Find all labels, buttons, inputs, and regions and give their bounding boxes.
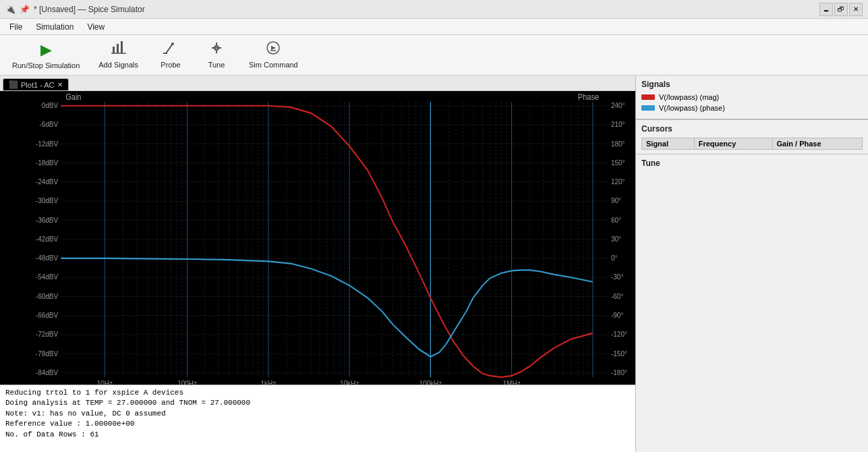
minimize-button[interactable]: 🗕 (819, 3, 833, 16)
plot-tab[interactable]: ⬛ Plot1 - AC ✕ (3, 78, 69, 90)
probe-label: Probe (161, 61, 180, 69)
svg-text:-54dBV: -54dBV (36, 273, 58, 281)
signal-row-phase: V(/lowpass) (phase) (641, 104, 863, 112)
svg-text:-180°: -180° (611, 369, 627, 376)
plot-svg: 0dBV -6dBV -12dBV -18dBV -24dBV -30dBV -… (0, 91, 635, 385)
main-content: ⬛ Plot1 - AC ✕ (0, 76, 868, 452)
signals-title: Signals (641, 80, 863, 89)
svg-text:0°: 0° (611, 254, 618, 262)
svg-text:Phase: Phase (578, 93, 599, 101)
svg-rect-2 (121, 41, 123, 53)
svg-text:-120°: -120° (611, 331, 627, 338)
tune-section: Tune (636, 154, 868, 452)
add-signals-icon (111, 41, 126, 58)
cursors-table: Signal Frequency Gain / Phase (641, 138, 863, 150)
svg-rect-0 (113, 47, 115, 53)
svg-text:-78dBV: -78dBV (36, 349, 58, 357)
svg-text:0dBV: 0dBV (42, 102, 59, 109)
col-frequency: Frequency (694, 138, 772, 150)
run-icon: ▶ (40, 41, 52, 59)
svg-text:-36dBV: -36dBV (36, 216, 58, 223)
signal-color-mag (641, 94, 655, 100)
sim-command-icon (266, 41, 281, 58)
signal-row-mag: V(/lowpass) (mag) (641, 93, 863, 101)
left-panel: ⬛ Plot1 - AC ✕ (0, 76, 635, 452)
svg-rect-1 (117, 44, 119, 53)
menu-bar: File Simulation View (0, 19, 868, 35)
tune-label: Tune (208, 61, 225, 69)
plot-tab-label: Plot1 - AC (21, 81, 55, 89)
plot-tab-icon: ⬛ (9, 80, 18, 89)
console-line: No. of Data Rows : 61 (5, 430, 630, 440)
console-area: Reducing trtol to 1 for xspice A devices… (0, 385, 635, 452)
sim-command-button[interactable]: Sim Command (242, 38, 305, 73)
svg-text:10kHz: 10kHz (340, 380, 359, 385)
plot-tab-bar: ⬛ Plot1 - AC ✕ (0, 76, 635, 91)
svg-text:120°: 120° (611, 178, 625, 186)
svg-text:-72dBV: -72dBV (36, 331, 58, 338)
svg-point-4 (171, 43, 174, 45)
tune-title: Tune (641, 159, 863, 168)
add-signals-button[interactable]: Add Signals (92, 38, 145, 73)
console-line: Reducing trtol to 1 for xspice A devices (5, 388, 630, 398)
svg-text:100Hz: 100Hz (177, 380, 197, 385)
tune-icon (209, 41, 224, 58)
svg-text:-60°: -60° (611, 292, 623, 300)
signal-label-mag[interactable]: V(/lowpass) (mag) (659, 93, 719, 101)
title-bar: 🔌 📌 * [Unsaved] — Spice Simulator 🗕 🗗 ✕ (0, 0, 868, 19)
console-line: Note: v1: has no value, DC 0 assumed (5, 409, 630, 419)
svg-text:60°: 60° (611, 216, 621, 223)
svg-text:Gain: Gain (65, 93, 81, 101)
title-bar-left: 🔌 📌 * [Unsaved] — Spice Simulator (5, 5, 145, 14)
svg-text:-90°: -90° (611, 312, 623, 319)
menu-file[interactable]: File (3, 21, 29, 33)
cursors-section: Cursors Signal Frequency Gain / Phase (636, 120, 868, 154)
add-signals-label: Add Signals (98, 61, 138, 69)
svg-text:-84dBV: -84dBV (36, 369, 58, 376)
svg-text:-48dBV: -48dBV (36, 254, 58, 262)
run-stop-button[interactable]: ▶ Run/Stop Simulation (5, 38, 86, 73)
svg-text:90°: 90° (611, 197, 621, 204)
svg-text:-42dBV: -42dBV (36, 235, 58, 243)
svg-text:-30°: -30° (611, 273, 623, 281)
svg-rect-11 (0, 91, 635, 385)
sim-command-label: Sim Command (249, 61, 298, 69)
svg-text:10Hz: 10Hz (97, 380, 113, 385)
cursors-title: Cursors (641, 124, 863, 134)
svg-text:-12dBV: -12dBV (36, 140, 58, 147)
col-signal: Signal (642, 138, 695, 150)
maximize-button[interactable]: 🗗 (834, 3, 848, 16)
menu-view[interactable]: View (80, 21, 111, 33)
signal-label-phase[interactable]: V(/lowpass) (phase) (659, 104, 725, 112)
run-stop-label: Run/Stop Simulation (12, 61, 80, 69)
toolbar: ▶ Run/Stop Simulation Add Signals Probe … (0, 35, 868, 76)
plot-area[interactable]: 0dBV -6dBV -12dBV -18dBV -24dBV -30dBV -… (0, 91, 635, 385)
col-gain-phase: Gain / Phase (772, 138, 862, 150)
svg-text:150°: 150° (611, 159, 625, 166)
menu-simulation[interactable]: Simulation (29, 21, 80, 33)
right-panel: Signals V(/lowpass) (mag) V(/lowpass) (p… (635, 76, 868, 452)
svg-text:-150°: -150° (611, 349, 627, 357)
svg-text:30°: 30° (611, 235, 621, 243)
probe-button[interactable]: Probe (150, 38, 191, 73)
app-icon: 🔌 (5, 5, 16, 14)
console-line: Reference value : 1.00000e+00 (5, 419, 630, 429)
console-line: Doing analysis at TEMP = 27.000000 and T… (5, 398, 630, 408)
signal-color-phase (641, 105, 655, 111)
svg-text:-66dBV: -66dBV (36, 312, 58, 319)
probe-icon (163, 41, 178, 58)
svg-text:-30dBV: -30dBV (36, 197, 58, 204)
svg-text:100kHz: 100kHz (419, 380, 442, 385)
svg-text:-24dBV: -24dBV (36, 178, 58, 186)
signals-section: Signals V(/lowpass) (mag) V(/lowpass) (p… (636, 76, 868, 119)
svg-text:240°: 240° (611, 102, 625, 109)
close-button[interactable]: ✕ (849, 3, 863, 16)
tune-button[interactable]: Tune (196, 38, 237, 73)
svg-text:-6dBV: -6dBV (39, 121, 58, 128)
svg-text:-60dBV: -60dBV (36, 292, 58, 300)
svg-text:1MHz: 1MHz (503, 380, 521, 385)
title-bar-controls[interactable]: 🗕 🗗 ✕ (819, 3, 863, 16)
window-title: * [Unsaved] — Spice Simulator (34, 5, 145, 14)
app-pin-icon: 📌 (20, 5, 30, 14)
plot-tab-close[interactable]: ✕ (57, 81, 63, 88)
